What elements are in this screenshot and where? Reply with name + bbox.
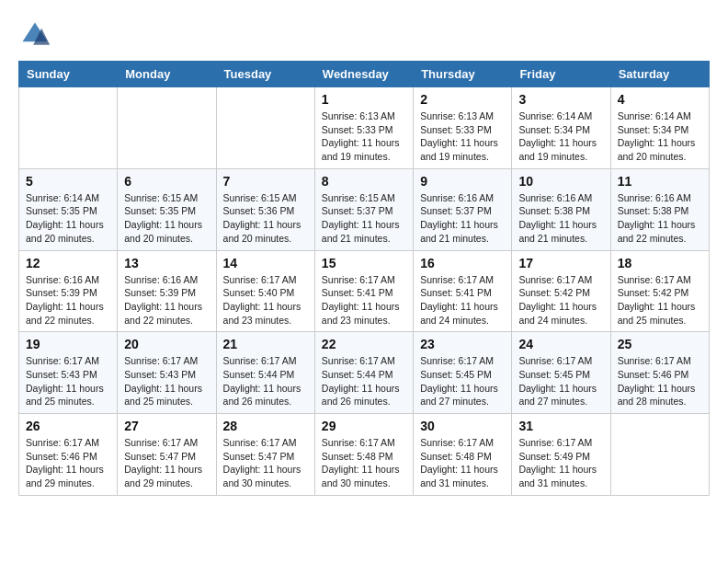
day-number: 20 (124, 337, 209, 351)
calendar-cell: 10Sunrise: 6:16 AM Sunset: 5:38 PM Dayli… (512, 168, 610, 250)
calendar-cell: 26Sunrise: 6:17 AM Sunset: 5:46 PM Dayli… (19, 414, 118, 496)
logo (18, 18, 57, 52)
calendar-cell: 1Sunrise: 6:13 AM Sunset: 5:33 PM Daylig… (314, 87, 413, 169)
day-info: Sunrise: 6:17 AM Sunset: 5:46 PM Dayligh… (26, 436, 110, 490)
calendar-table: SundayMondayTuesdayWednesdayThursdayFrid… (18, 61, 710, 496)
day-number: 27 (124, 419, 209, 433)
weekday-header-row: SundayMondayTuesdayWednesdayThursdayFrid… (19, 62, 710, 87)
calendar-cell: 29Sunrise: 6:17 AM Sunset: 5:48 PM Dayli… (314, 414, 413, 496)
calendar-cell (118, 87, 216, 169)
day-number: 3 (518, 92, 603, 107)
weekday-header-monday: Monday (118, 62, 216, 87)
day-info: Sunrise: 6:17 AM Sunset: 5:48 PM Dayligh… (322, 436, 406, 490)
day-number: 19 (26, 337, 110, 351)
calendar-cell: 19Sunrise: 6:17 AM Sunset: 5:43 PM Dayli… (19, 332, 118, 414)
day-number: 30 (420, 419, 505, 433)
calendar-cell: 11Sunrise: 6:16 AM Sunset: 5:38 PM Dayli… (610, 168, 709, 250)
day-number: 31 (518, 419, 603, 433)
day-number: 22 (322, 337, 406, 351)
day-info: Sunrise: 6:15 AM Sunset: 5:36 PM Dayligh… (223, 191, 308, 246)
calendar-cell: 23Sunrise: 6:17 AM Sunset: 5:45 PM Dayli… (414, 332, 512, 414)
day-info: Sunrise: 6:17 AM Sunset: 5:43 PM Dayligh… (124, 354, 209, 408)
calendar-cell: 28Sunrise: 6:17 AM Sunset: 5:47 PM Dayli… (216, 414, 314, 496)
calendar-cell: 31Sunrise: 6:17 AM Sunset: 5:49 PM Dayli… (512, 414, 610, 496)
day-info: Sunrise: 6:14 AM Sunset: 5:34 PM Dayligh… (618, 109, 702, 164)
calendar-cell (19, 87, 118, 169)
day-info: Sunrise: 6:17 AM Sunset: 5:41 PM Dayligh… (322, 273, 406, 327)
day-number: 28 (223, 419, 308, 433)
weekday-header-wednesday: Wednesday (314, 62, 413, 87)
day-number: 29 (322, 419, 406, 433)
calendar-cell: 3Sunrise: 6:14 AM Sunset: 5:34 PM Daylig… (512, 87, 610, 169)
weekday-header-tuesday: Tuesday (216, 62, 314, 87)
calendar-cell: 16Sunrise: 6:17 AM Sunset: 5:41 PM Dayli… (414, 250, 512, 332)
calendar-cell: 8Sunrise: 6:15 AM Sunset: 5:37 PM Daylig… (314, 168, 413, 250)
calendar-week-row: 26Sunrise: 6:17 AM Sunset: 5:46 PM Dayli… (19, 414, 710, 496)
day-info: Sunrise: 6:17 AM Sunset: 5:43 PM Dayligh… (26, 354, 110, 408)
calendar-cell: 27Sunrise: 6:17 AM Sunset: 5:47 PM Dayli… (118, 414, 216, 496)
day-info: Sunrise: 6:17 AM Sunset: 5:40 PM Dayligh… (223, 273, 308, 327)
day-number: 14 (223, 256, 308, 270)
calendar-cell: 30Sunrise: 6:17 AM Sunset: 5:48 PM Dayli… (414, 414, 512, 496)
day-number: 17 (518, 256, 603, 270)
day-number: 8 (322, 174, 406, 189)
day-number: 4 (618, 92, 702, 107)
day-number: 11 (618, 174, 702, 189)
day-info: Sunrise: 6:17 AM Sunset: 5:45 PM Dayligh… (420, 354, 505, 408)
calendar-cell: 7Sunrise: 6:15 AM Sunset: 5:36 PM Daylig… (216, 168, 314, 250)
day-number: 26 (26, 419, 110, 433)
calendar-cell: 4Sunrise: 6:14 AM Sunset: 5:34 PM Daylig… (610, 87, 709, 169)
day-number: 6 (124, 174, 209, 189)
day-number: 16 (420, 256, 505, 270)
calendar-cell: 5Sunrise: 6:14 AM Sunset: 5:35 PM Daylig… (19, 168, 118, 250)
calendar-cell: 22Sunrise: 6:17 AM Sunset: 5:44 PM Dayli… (314, 332, 413, 414)
day-info: Sunrise: 6:16 AM Sunset: 5:37 PM Dayligh… (420, 191, 505, 246)
calendar-cell: 12Sunrise: 6:16 AM Sunset: 5:39 PM Dayli… (19, 250, 118, 332)
day-info: Sunrise: 6:15 AM Sunset: 5:37 PM Dayligh… (322, 191, 406, 246)
calendar-body: 1Sunrise: 6:13 AM Sunset: 5:33 PM Daylig… (19, 87, 710, 496)
calendar-week-row: 1Sunrise: 6:13 AM Sunset: 5:33 PM Daylig… (19, 87, 710, 169)
day-info: Sunrise: 6:17 AM Sunset: 5:49 PM Dayligh… (518, 436, 603, 490)
day-number: 23 (420, 337, 505, 351)
calendar-cell: 14Sunrise: 6:17 AM Sunset: 5:40 PM Dayli… (216, 250, 314, 332)
day-info: Sunrise: 6:16 AM Sunset: 5:39 PM Dayligh… (26, 273, 110, 327)
day-info: Sunrise: 6:16 AM Sunset: 5:38 PM Dayligh… (618, 191, 702, 246)
day-info: Sunrise: 6:16 AM Sunset: 5:38 PM Dayligh… (518, 191, 603, 246)
calendar-cell: 20Sunrise: 6:17 AM Sunset: 5:43 PM Dayli… (118, 332, 216, 414)
day-info: Sunrise: 6:17 AM Sunset: 5:47 PM Dayligh… (223, 436, 308, 490)
day-number: 10 (518, 174, 603, 189)
calendar-cell (610, 414, 709, 496)
day-info: Sunrise: 6:14 AM Sunset: 5:34 PM Dayligh… (518, 109, 603, 164)
weekday-header-friday: Friday (512, 62, 610, 87)
day-number: 9 (420, 174, 505, 189)
calendar-week-row: 5Sunrise: 6:14 AM Sunset: 5:35 PM Daylig… (19, 168, 710, 250)
day-number: 18 (618, 256, 702, 270)
day-info: Sunrise: 6:14 AM Sunset: 5:35 PM Dayligh… (26, 191, 110, 246)
calendar-week-row: 12Sunrise: 6:16 AM Sunset: 5:39 PM Dayli… (19, 250, 710, 332)
calendar-cell: 21Sunrise: 6:17 AM Sunset: 5:44 PM Dayli… (216, 332, 314, 414)
day-number: 21 (223, 337, 308, 351)
day-number: 2 (420, 92, 505, 107)
day-number: 13 (124, 256, 209, 270)
calendar-cell: 18Sunrise: 6:17 AM Sunset: 5:42 PM Dayli… (610, 250, 709, 332)
calendar-cell: 17Sunrise: 6:17 AM Sunset: 5:42 PM Dayli… (512, 250, 610, 332)
day-info: Sunrise: 6:13 AM Sunset: 5:33 PM Dayligh… (322, 109, 406, 164)
calendar-week-row: 19Sunrise: 6:17 AM Sunset: 5:43 PM Dayli… (19, 332, 710, 414)
calendar-cell: 9Sunrise: 6:16 AM Sunset: 5:37 PM Daylig… (414, 168, 512, 250)
day-number: 12 (26, 256, 110, 270)
day-number: 24 (518, 337, 603, 351)
day-info: Sunrise: 6:17 AM Sunset: 5:42 PM Dayligh… (618, 273, 702, 327)
day-info: Sunrise: 6:17 AM Sunset: 5:47 PM Dayligh… (124, 436, 209, 490)
day-number: 1 (322, 92, 406, 107)
calendar-cell: 25Sunrise: 6:17 AM Sunset: 5:46 PM Dayli… (610, 332, 709, 414)
day-info: Sunrise: 6:17 AM Sunset: 5:42 PM Dayligh… (518, 273, 603, 327)
day-info: Sunrise: 6:16 AM Sunset: 5:39 PM Dayligh… (124, 273, 209, 327)
day-info: Sunrise: 6:17 AM Sunset: 5:46 PM Dayligh… (618, 354, 702, 408)
calendar-cell: 13Sunrise: 6:16 AM Sunset: 5:39 PM Dayli… (118, 250, 216, 332)
day-number: 5 (26, 174, 110, 189)
day-info: Sunrise: 6:15 AM Sunset: 5:35 PM Dayligh… (124, 191, 209, 246)
day-number: 7 (223, 174, 308, 189)
calendar-cell: 6Sunrise: 6:15 AM Sunset: 5:35 PM Daylig… (118, 168, 216, 250)
day-info: Sunrise: 6:17 AM Sunset: 5:44 PM Dayligh… (223, 354, 308, 408)
day-number: 25 (618, 337, 702, 351)
